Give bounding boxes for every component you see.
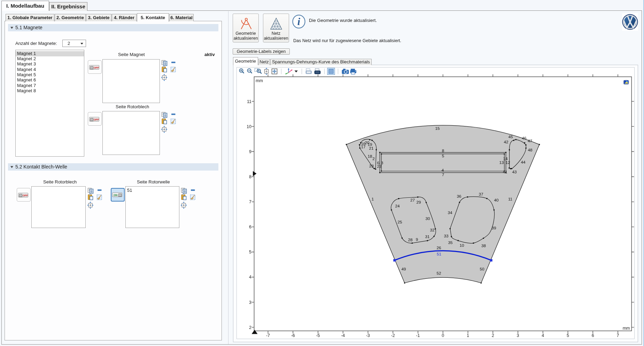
svg-text:i: i [297,16,301,27]
svg-text:11: 11 [508,197,512,202]
svg-text:51: 51 [437,252,441,257]
svg-text:7: 7 [442,172,444,177]
svg-text:29: 29 [416,200,421,205]
svg-text:42: 42 [504,140,508,144]
svg-text:8: 8 [442,148,444,153]
svg-text:-4: -4 [341,333,345,338]
svg-text:50: 50 [480,267,484,272]
svg-text:33: 33 [444,234,449,238]
svg-text:30: 30 [425,216,430,221]
svg-text:2: 2 [249,325,251,330]
svg-text:46: 46 [522,136,527,141]
svg-text:15: 15 [435,126,440,131]
svg-text:43: 43 [512,170,517,174]
svg-text:23: 23 [369,164,374,168]
svg-text:28: 28 [408,237,413,242]
svg-text:40: 40 [494,198,499,203]
svg-text:5: 5 [442,154,444,158]
svg-text:5: 5 [567,333,569,338]
svg-text:13: 13 [499,160,504,165]
svg-text:11: 11 [247,99,251,104]
svg-text:44: 44 [521,160,526,165]
svg-text:25: 25 [397,220,402,225]
svg-text:9: 9 [249,149,251,154]
svg-text:45: 45 [508,134,513,139]
svg-text:27: 27 [410,198,415,203]
svg-text:4: 4 [442,168,444,173]
svg-text:39: 39 [491,226,496,230]
svg-text:-1: -1 [416,333,420,338]
svg-text:8: 8 [249,174,251,179]
svg-text:9: 9 [416,237,418,242]
svg-text:35: 35 [448,240,453,245]
svg-text:52: 52 [436,271,441,276]
svg-text:10: 10 [247,124,251,129]
svg-text:47: 47 [528,139,532,143]
svg-text:32: 32 [430,228,434,233]
svg-text:7: 7 [249,199,251,204]
svg-text:18: 18 [367,154,372,159]
svg-text:31: 31 [425,234,429,239]
svg-text:48: 48 [528,148,533,152]
svg-text:mm: mm [256,78,263,83]
svg-text:4: 4 [249,275,251,280]
svg-text:12: 12 [505,160,510,165]
svg-text:-2: -2 [391,333,395,338]
svg-text:1: 1 [372,197,374,202]
svg-text:1: 1 [467,333,469,338]
svg-text:17: 17 [361,144,365,149]
svg-text:49: 49 [401,267,406,272]
svg-text:21: 21 [369,146,373,151]
svg-text:6: 6 [249,225,251,229]
svg-text:3: 3 [249,300,251,305]
svg-text:41: 41 [503,170,507,174]
svg-text:-3: -3 [366,333,370,338]
svg-text:26: 26 [436,245,441,250]
svg-text:5: 5 [249,250,251,254]
svg-text:6: 6 [592,333,594,338]
svg-text:10: 10 [459,243,464,248]
svg-text:7: 7 [617,333,619,338]
svg-text:37: 37 [479,192,483,197]
svg-text:-6: -6 [291,333,295,338]
svg-text:mm: mm [623,326,630,331]
svg-text:38: 38 [481,243,486,248]
svg-text:3: 3 [517,333,519,338]
svg-text:-7: -7 [266,333,270,338]
svg-text:22: 22 [377,164,381,169]
svg-text:0: 0 [442,333,444,338]
svg-text:2: 2 [492,333,494,338]
svg-text:4: 4 [542,333,544,338]
svg-text:-5: -5 [316,333,320,338]
svg-text:24: 24 [395,204,400,209]
svg-text:36: 36 [457,194,461,199]
svg-text:34: 34 [448,210,452,215]
svg-text:2: 2 [372,156,375,161]
